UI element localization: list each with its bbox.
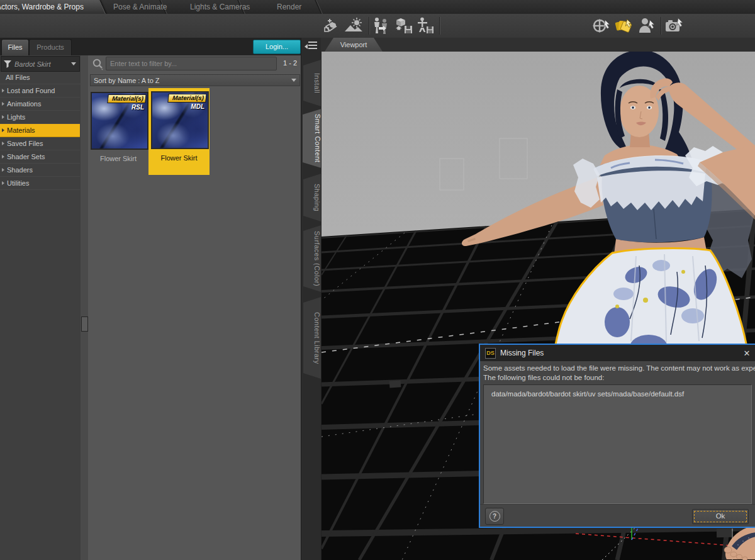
content-pane-header: Files Products Login... xyxy=(0,38,301,56)
result-count: 1 - 2 xyxy=(283,59,297,67)
add-content-icon[interactable] xyxy=(321,16,341,35)
sort-label: Sort by Name : A to Z xyxy=(91,77,291,84)
chevron-down-icon xyxy=(71,62,76,65)
sidebar-item-shader-sets[interactable]: Shader Sets xyxy=(0,150,80,164)
tab-products[interactable]: Products xyxy=(29,39,72,55)
main-tab-bar: Actors, Wardrobe & Props Pose & Animate … xyxy=(0,0,755,14)
close-icon[interactable]: ✕ xyxy=(739,349,755,358)
dialog-footer: ? Ok xyxy=(480,504,755,527)
pane-tab-shaping[interactable]: Shaping xyxy=(303,174,321,221)
render-environment-icon[interactable] xyxy=(344,16,364,35)
tab-viewport[interactable]: Viewport xyxy=(325,38,383,52)
sidebar-item-shaders[interactable]: Shaders xyxy=(0,164,80,177)
filter-value: Bardot Skirt xyxy=(12,60,71,68)
login-button[interactable]: Login... xyxy=(253,40,301,54)
asset-title: Flower Skirt xyxy=(148,154,210,162)
material-badge: Material(s) RSL xyxy=(108,94,146,111)
bullet-icon xyxy=(2,181,4,185)
funnel-icon xyxy=(4,60,12,68)
bullet-icon xyxy=(2,155,4,159)
sidebar-item-all-files[interactable]: All Files xyxy=(0,71,86,84)
viewport-tab-bar: Viewport xyxy=(321,38,755,52)
category-sidebar: Bardot Skirt All Files Lost and Found An… xyxy=(0,55,81,560)
missing-files-list[interactable]: data/mada/bardot/bardot skirt/uv sets/ma… xyxy=(483,384,752,504)
asset-thumbnail: Material(s) RSL xyxy=(92,93,147,148)
toolbar-separator xyxy=(369,17,370,35)
chevron-down-icon xyxy=(291,79,296,82)
pane-tab-strip: Install Smart Content Shaping Surfaces (… xyxy=(301,38,322,560)
help-button[interactable]: ? xyxy=(485,508,504,525)
pane-menu-icon[interactable] xyxy=(305,40,318,52)
dialog-title: Missing Files xyxy=(500,349,739,357)
search-row: 1 - 2 xyxy=(88,55,301,73)
sidebar-item-lost-and-found[interactable]: Lost and Found xyxy=(0,84,80,98)
main-toolbar xyxy=(0,14,755,38)
search-icon[interactable] xyxy=(92,58,104,70)
bullet-icon xyxy=(2,168,4,172)
daz-studio-logo: DS xyxy=(485,348,496,359)
sidebar-item-lights[interactable]: Lights xyxy=(0,111,80,124)
pane-tab-smart-content[interactable]: Smart Content xyxy=(303,109,322,168)
sidebar-item-materials[interactable]: Materials xyxy=(0,124,80,137)
tab-lights-cameras[interactable]: Lights & Cameras xyxy=(190,0,250,14)
dialog-title-bar[interactable]: DS Missing Files ✕ xyxy=(480,345,755,361)
bullet-icon xyxy=(2,128,4,132)
tab-files[interactable]: Files xyxy=(1,39,29,55)
bullet-icon xyxy=(2,142,4,145)
sidebar-scrollbar-handle[interactable] xyxy=(81,316,88,332)
focus-outline xyxy=(694,511,747,522)
ok-button[interactable]: Ok xyxy=(692,509,749,524)
missing-files-dialog: DS Missing Files ✕ Some assets needed to… xyxy=(479,344,755,527)
toolbar-separator xyxy=(439,17,440,35)
asset-thumbnail: Material(s) MDL xyxy=(152,92,208,148)
node-selection-tool-icon[interactable] xyxy=(591,16,612,35)
tab-actors-wardrobe-props[interactable]: Actors, Wardrobe & Props xyxy=(0,0,84,14)
sidebar-item-utilities[interactable]: Utilities xyxy=(0,177,80,190)
figure-selection-tool-icon[interactable] xyxy=(637,16,657,35)
asset-title: Flower Skirt xyxy=(88,155,148,162)
bullet-icon xyxy=(2,115,4,119)
sidebar-item-animations[interactable]: Animations xyxy=(0,98,80,111)
results-pane: 1 - 2 Sort by Name : A to Z Material(s) … xyxy=(88,55,301,560)
bullet-icon xyxy=(2,102,4,106)
pane-tab-surfaces-color[interactable]: Surfaces (Color) xyxy=(303,225,321,292)
asset-card-flower-skirt-mdl[interactable]: Material(s) MDL Flower Skirt xyxy=(148,88,210,175)
surface-selection-tool-icon[interactable] xyxy=(614,16,634,35)
material-badge: Material(s) MDL xyxy=(168,94,206,110)
camera-selection-tool-icon[interactable] xyxy=(664,16,685,35)
tab-pose-animate[interactable]: Pose & Animate xyxy=(113,0,167,14)
tab-separator xyxy=(315,0,323,14)
tab-render[interactable]: Render xyxy=(277,0,301,14)
bullet-icon xyxy=(2,89,4,92)
pane-tab-install[interactable]: Install xyxy=(303,60,321,106)
dialog-message-line1: Some assets needed to load the file were… xyxy=(483,364,755,372)
save-pose-icon[interactable] xyxy=(415,16,435,35)
pane-tab-content-library[interactable]: Content Library xyxy=(303,297,321,379)
filter-dropdown[interactable]: Bardot Skirt xyxy=(1,56,80,72)
question-mark-icon: ? xyxy=(489,511,500,522)
sidebar-item-saved-files[interactable]: Saved Files xyxy=(0,137,80,150)
search-input[interactable] xyxy=(106,57,277,70)
missing-file-path: data/mada/bardot/bardot skirt/uv sets/ma… xyxy=(491,390,684,398)
save-materials-icon[interactable] xyxy=(394,16,414,35)
sort-dropdown[interactable]: Sort by Name : A to Z xyxy=(90,74,300,86)
toolbar-separator xyxy=(661,17,662,35)
dialog-message-line2: The following files could not be found: xyxy=(483,374,604,381)
figure-transfer-icon[interactable] xyxy=(371,16,391,35)
